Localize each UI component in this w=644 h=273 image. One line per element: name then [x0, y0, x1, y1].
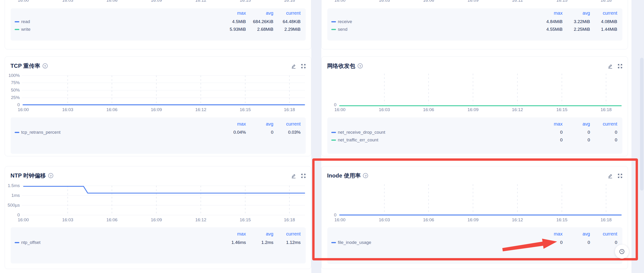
series-swatch[interactable]	[15, 29, 19, 30]
legend-col-avg[interactable]: avg	[564, 10, 590, 16]
x-tick: 16:18	[596, 107, 616, 112]
series-avg: 0	[248, 130, 273, 135]
legend-col-avg[interactable]: avg	[248, 121, 273, 127]
help-icon[interactable]: ?	[42, 63, 48, 69]
legend-table: max avg current receive 4.84MiB 3.22MiB …	[327, 9, 622, 41]
series-name[interactable]: receive	[338, 19, 352, 25]
y-tick: 0	[5, 212, 20, 217]
edit-icon[interactable]	[607, 63, 613, 69]
legend-col-max[interactable]: max	[537, 121, 562, 127]
series-swatch[interactable]	[331, 21, 336, 22]
x-tick: 16:12	[191, 217, 210, 222]
x-tick: 16:00	[330, 0, 350, 3]
gridline	[156, 76, 156, 105]
series-name[interactable]: send	[338, 27, 347, 32]
x-tick: 16:06	[102, 217, 122, 222]
gridline	[22, 76, 305, 76]
gridline	[562, 74, 562, 104]
legend-table: max avg current read 4.5MiB 684.26KiB 64…	[11, 9, 306, 41]
x-tick: 16:15	[552, 107, 572, 112]
series-swatch[interactable]	[331, 140, 336, 141]
legend-col-max[interactable]: max	[220, 10, 246, 16]
legend-col-current[interactable]: current	[275, 121, 300, 127]
gridline	[22, 205, 305, 205]
x-tick: 16:12	[508, 107, 527, 112]
x-tick: 16:15	[552, 0, 572, 3]
scrollbar-thumb[interactable]	[640, 58, 644, 190]
x-tick: 16:09	[463, 0, 483, 3]
x-tick: 16:06	[102, 107, 122, 112]
series-max: 0	[537, 137, 562, 143]
help-icon[interactable]: ?	[48, 173, 53, 178]
panel-title: 网络收发包	[327, 62, 355, 70]
x-tick: 16:12	[191, 107, 210, 112]
series-name[interactable]: write	[21, 27, 30, 32]
expand-icon[interactable]	[300, 173, 306, 179]
series-name[interactable]: read	[21, 19, 30, 25]
x-tick: 16:06	[419, 107, 438, 112]
gridline	[68, 76, 68, 105]
legend-col-current[interactable]: current	[275, 10, 300, 16]
clock-icon	[619, 248, 625, 254]
series-name[interactable]: tcp_retrans_percent	[21, 130, 60, 135]
expand-icon[interactable]	[300, 63, 306, 69]
edit-icon[interactable]	[290, 173, 297, 179]
series-max: 4.55MiB	[537, 27, 562, 32]
series-avg: 3.22MiB	[564, 19, 590, 25]
x-tick: 16:09	[146, 0, 166, 3]
gridline	[428, 74, 429, 104]
panel-title: NTP 时钟偏移	[10, 172, 46, 179]
gridline	[22, 98, 305, 98]
panel-tcp-retrans: TCP 重传率 ? 100% 75% 50% 25% 0 16:00 16:03…	[5, 56, 311, 156]
x-tick: 16:03	[58, 0, 78, 3]
series-swatch[interactable]	[15, 21, 19, 22]
series-name[interactable]: net_receive_drop_count	[338, 130, 385, 135]
expand-icon[interactable]	[617, 63, 623, 69]
edit-icon[interactable]	[290, 63, 297, 69]
legend-col-avg[interactable]: avg	[248, 231, 273, 237]
series-name[interactable]: net_traffic_err_count	[338, 137, 378, 143]
series-max: 4.5MiB	[220, 19, 246, 25]
gridline	[22, 83, 305, 83]
history-clock-button[interactable]	[615, 244, 629, 258]
series-name[interactable]: ntp_offset	[21, 240, 40, 245]
panel-disk-io: 16:00 16:03 16:06 16:09 16:12 16:15 16:1…	[5, 0, 311, 49]
x-tick: 16:12	[191, 0, 210, 3]
series-max: 0	[537, 130, 562, 135]
gridline	[245, 76, 246, 105]
help-icon[interactable]: ?	[358, 63, 363, 69]
series-avg: 0	[564, 137, 590, 143]
y-tick: 0	[322, 102, 336, 107]
legend-col-max[interactable]: max	[537, 10, 562, 16]
legend-col-avg[interactable]: avg	[248, 10, 273, 16]
y-tick: 1.5ms	[5, 183, 20, 188]
legend-col-avg[interactable]: avg	[564, 121, 590, 127]
legend-col-current[interactable]: current	[275, 231, 300, 237]
series-avg: 0	[564, 130, 590, 135]
x-tick: 16:15	[236, 217, 255, 222]
series-swatch[interactable]	[331, 29, 336, 30]
series-avg: 1.2ms	[248, 240, 273, 245]
legend-col-max[interactable]: max	[220, 121, 246, 127]
x-tick: 16:15	[236, 107, 255, 112]
gridline	[112, 76, 112, 105]
x-tick: 16:09	[463, 107, 483, 112]
legend-col-current[interactable]: current	[592, 121, 617, 127]
legend-col-current[interactable]: current	[592, 10, 617, 16]
y-tick: 75%	[5, 80, 20, 85]
x-tick: 16:12	[508, 0, 527, 3]
panel-net-packets: 网络收发包 ? 0 16:00 16:03 16:06 16:09 16:12 …	[321, 56, 628, 156]
series-max: 5.93MiB	[220, 27, 246, 32]
series-current: 4.08MiB	[592, 19, 617, 25]
legend-col-max[interactable]: max	[220, 231, 246, 237]
series-avg: 2.68MiB	[248, 27, 273, 32]
series-swatch[interactable]	[15, 132, 19, 133]
annotation-arrow-icon	[496, 235, 563, 256]
x-tick: 16:03	[374, 0, 394, 3]
series-max: 1.46ms	[220, 240, 246, 245]
x-tick: 16:00	[14, 0, 33, 3]
series-swatch[interactable]	[331, 132, 336, 133]
y-tick: 500µs	[5, 203, 20, 208]
x-tick: 16:03	[58, 107, 78, 112]
series-swatch[interactable]	[15, 242, 19, 243]
